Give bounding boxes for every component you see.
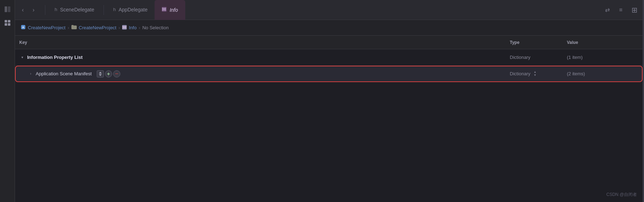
plist-key-cell-1: › Application Scene Manifest + − [19, 70, 510, 77]
svg-rect-4 [5, 23, 7, 26]
nav-forward-button[interactable]: › [29, 5, 39, 15]
type-stepper-1[interactable]: ▲ ▼ [533, 71, 538, 77]
toolbar-right: ⇄ ≡ ⊞ [602, 5, 640, 15]
project-icon: A [21, 25, 26, 31]
plist-type-cell-1: Dictionary ▲ ▼ [510, 71, 567, 77]
watermark: CSDN @自闭者 [606, 192, 637, 198]
plist-type-cell-0: Dictionary [510, 55, 567, 60]
breadcrumb-item-info[interactable]: Info [122, 25, 137, 31]
header-value: Value [567, 40, 638, 45]
breadcrumb-label-folder: CreateNewProject [79, 25, 117, 30]
info-tab-icon [162, 7, 167, 13]
svg-rect-10 [162, 9, 166, 10]
expand-arrow-0[interactable]: ▾ [19, 55, 25, 60]
tab-nav-buttons: ‹ › [18, 5, 39, 15]
add-editor-button[interactable]: ⊞ [629, 5, 640, 15]
key-label-information: Information Property List [27, 55, 82, 60]
main-area: ‹ › h SceneDelegate h AppDelegate [15, 0, 643, 202]
list-button[interactable]: ≡ [615, 5, 626, 15]
breadcrumb: A CreateNewProject › CreateNewProject › [15, 20, 643, 36]
remove-row-button[interactable]: − [113, 70, 120, 77]
breadcrumb-sep-2: › [119, 25, 120, 30]
stepper-up-down[interactable] [97, 70, 104, 77]
svg-rect-1 [8, 6, 10, 12]
stepper-controls: + − [97, 70, 120, 77]
scene-delegate-tab-label: SceneDelegate [60, 7, 94, 12]
svg-text:A: A [22, 26, 24, 29]
plist-value-cell-0: (1 item) [567, 55, 638, 60]
tab-divider-2 [104, 5, 104, 15]
plist-key-cell-0: ▾ Information Property List [19, 55, 510, 60]
tab-bar: ‹ › h SceneDelegate h AppDelegate [15, 0, 643, 20]
value-1: (2 items) [567, 71, 585, 76]
tab-scene-delegate[interactable]: h SceneDelegate [47, 0, 101, 20]
plist-container: Key Type Value ▾ Information Property Li… [15, 36, 643, 202]
add-row-button[interactable]: + [105, 70, 112, 77]
breadcrumb-item-project1[interactable]: A CreateNewProject [21, 25, 66, 31]
tab-info[interactable]: Info [155, 0, 185, 20]
nav-back-button[interactable]: ‹ [18, 5, 28, 15]
plist-value-cell-1: (2 items) [567, 71, 638, 76]
type-value-1: Dictionary [510, 71, 530, 76]
value-0: (1 item) [567, 55, 583, 60]
breadcrumb-sep-1: › [68, 25, 69, 30]
app-delegate-tab-label: AppDelegate [119, 7, 147, 12]
header-key: Key [19, 40, 510, 45]
breadcrumb-label-info: Info [129, 25, 137, 30]
tab-app-delegate[interactable]: h AppDelegate [106, 0, 155, 20]
header-type: Type [510, 40, 567, 45]
plist-row-information-property-list[interactable]: ▾ Information Property List Dictionary (… [15, 49, 643, 66]
grid-view-icon[interactable] [2, 17, 13, 29]
panel-toggle-icon[interactable] [2, 4, 13, 15]
breadcrumb-sep-3: › [139, 25, 140, 30]
breadcrumb-label-no-selection: No Selection [142, 25, 169, 30]
right-resize-handle[interactable] [643, 0, 644, 202]
svg-rect-3 [8, 20, 10, 22]
scene-delegate-tab-icon: h [55, 7, 57, 12]
app-delegate-tab-icon: h [113, 7, 116, 12]
breadcrumb-label-project1: CreateNewProject [28, 25, 66, 30]
type-value-0: Dictionary [510, 55, 530, 60]
info-tab-label: Info [170, 7, 178, 13]
left-sidebar [0, 0, 15, 202]
expand-arrow-1[interactable]: › [28, 71, 34, 77]
swap-button[interactable]: ⇄ [602, 5, 613, 15]
svg-rect-17 [122, 27, 126, 28]
plist-table-header: Key Type Value [15, 36, 643, 49]
svg-rect-0 [5, 6, 7, 12]
info-breadcrumb-icon [122, 25, 127, 31]
folder-icon [71, 25, 77, 30]
breadcrumb-item-no-selection: No Selection [142, 25, 169, 30]
tab-divider [45, 5, 45, 15]
breadcrumb-item-folder[interactable]: CreateNewProject [71, 25, 117, 30]
svg-rect-2 [5, 20, 7, 22]
svg-rect-5 [8, 23, 10, 26]
key-label-app-scene: Application Scene Manifest [36, 71, 92, 76]
plist-row-application-scene-manifest[interactable]: › Application Scene Manifest + − Diction… [15, 66, 643, 82]
